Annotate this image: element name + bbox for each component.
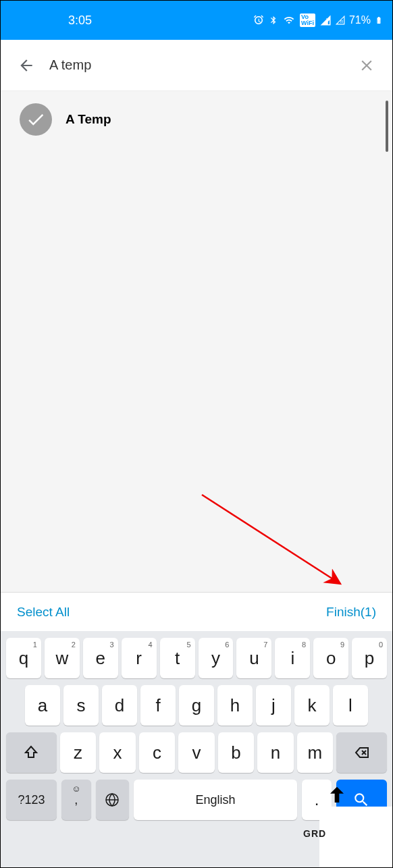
action-bar: Select All Finish(1) [1,592,392,631]
key-j[interactable]: j [256,685,291,726]
key-l[interactable]: l [333,685,368,726]
back-button[interactable] [14,53,38,78]
shift-icon [23,744,39,761]
arrow-back-icon [18,57,35,74]
emoji-icon: ☺ [72,784,80,794]
key-row-2: asdfghjkl [3,685,390,726]
vowifi-icon: Vo WiFi [300,13,315,27]
check-circle [20,103,52,136]
key-r[interactable]: r4 [122,638,157,678]
key-q[interactable]: q1 [6,638,41,678]
key-a[interactable]: a [25,685,60,726]
svg-text:x: x [326,17,328,21]
key-row-3: zxcvbnm [3,732,390,773]
key-f[interactable]: f [140,685,176,726]
wifi-icon [282,15,296,26]
select-all-button[interactable]: Select All [17,605,70,620]
key-i[interactable]: i8 [275,638,310,678]
list-item[interactable]: A Temp [1,91,392,148]
bluetooth-icon [269,14,278,26]
key-w[interactable]: w2 [45,638,80,678]
item-label: A Temp [66,112,111,127]
scrollbar[interactable] [386,101,388,152]
key-s[interactable]: s [63,685,99,726]
close-icon [358,57,375,74]
key-u[interactable]: u7 [236,638,271,678]
battery-icon [375,14,383,26]
signal2-icon: R [336,15,345,26]
alarm-icon [253,14,265,26]
comma-key[interactable]: ☺ , [61,780,90,820]
symbols-key[interactable]: ?123 [6,780,57,820]
results-list: A Temp [1,91,392,592]
svg-rect-2 [378,20,380,24]
key-m[interactable]: m [297,732,333,773]
key-d[interactable]: d [102,685,137,726]
watermark-overlay: GRD [319,807,392,867]
globe-icon [104,792,120,808]
backspace-key[interactable] [336,732,387,773]
key-z[interactable]: z [60,732,96,773]
status-bar: 3:05 Vo WiFi x R 71% [1,1,392,40]
key-p[interactable]: p0 [352,638,387,678]
key-g[interactable]: g [179,685,214,726]
key-row-1: q1w2e3r4t5y6u7i8o9p0 [3,638,390,678]
key-b[interactable]: b [218,732,254,773]
key-o[interactable]: o9 [313,638,348,678]
watermark-arrow-icon [323,782,350,809]
battery-text: 71% [349,14,371,26]
key-k[interactable]: k [294,685,330,726]
clear-button[interactable] [355,53,379,78]
backspace-icon [352,744,371,761]
search-input[interactable] [38,57,355,73]
finish-button[interactable]: Finish(1) [326,605,376,620]
key-e[interactable]: e3 [83,638,118,678]
status-time: 3:05 [68,13,92,28]
search-bar [1,40,392,91]
svg-text:R: R [340,20,343,24]
key-c[interactable]: c [139,732,175,773]
checkmark-icon [26,109,46,130]
key-h[interactable]: h [217,685,253,726]
signal-icon: x [319,14,332,26]
space-key[interactable]: English [134,780,298,820]
status-icons: Vo WiFi x R 71% [253,13,383,27]
watermark-text: GRD [303,828,326,839]
key-t[interactable]: t5 [160,638,195,678]
shift-key[interactable] [6,732,57,773]
key-y[interactable]: y6 [199,638,234,678]
key-v[interactable]: v [178,732,214,773]
key-x[interactable]: x [99,732,135,773]
key-n[interactable]: n [257,732,293,773]
globe-key[interactable] [96,780,129,820]
